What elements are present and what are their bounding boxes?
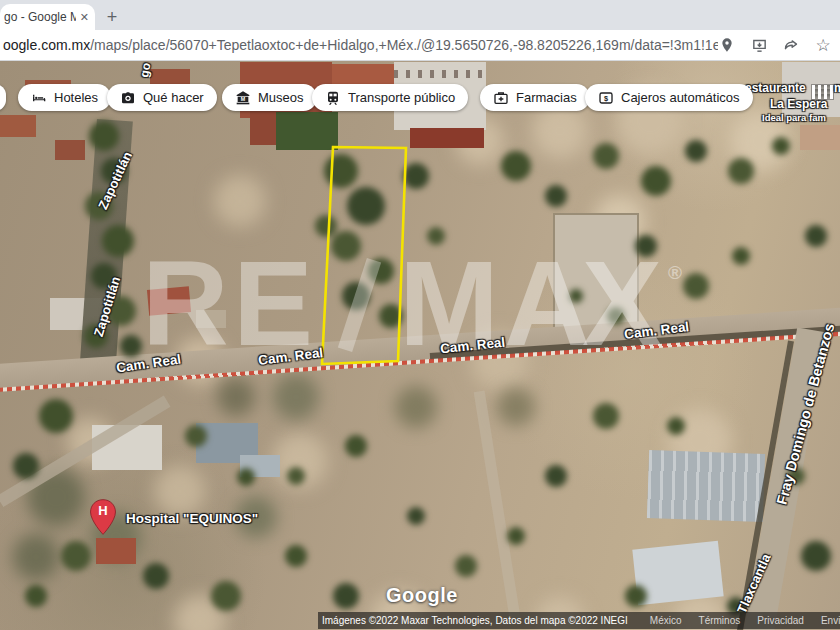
train-icon [325, 90, 341, 106]
map-attribution-bar: Imágenes ©2022 Maxar Technologies, Datos… [318, 612, 840, 629]
google-logo: Google [386, 584, 458, 607]
browser-tab[interactable]: go - Google M ✕ [0, 4, 95, 30]
install-icon[interactable] [750, 36, 768, 54]
url-path: /maps/place/56070+Tepetlaoxtoc+de+Hidalg… [90, 37, 718, 53]
svg-text:M: M [241, 96, 246, 102]
chip-label: Museos [258, 90, 304, 105]
new-tab-button[interactable]: + [100, 5, 124, 29]
poi-label-cut: m [834, 81, 840, 95]
chip-label: Transporte público [348, 90, 455, 105]
satellite-map[interactable]: R E M A X ® go Zapotitlán Zapotitlán Cam… [0, 61, 840, 630]
bookmark-star-icon[interactable]: ☆ [814, 36, 832, 54]
chip-hoteles[interactable]: Hoteles [18, 84, 111, 111]
bed-icon [31, 90, 47, 106]
tab-close-icon[interactable]: ✕ [80, 11, 89, 24]
chip-transporte-publico[interactable]: Transporte público [312, 84, 468, 111]
url-bar-icons: ☆ [718, 36, 840, 54]
poi-label-la-esperanza: La Espera [770, 97, 827, 111]
attribution-links: México Términos Privacidad Enviar coment… [650, 615, 840, 626]
chip-label: Hoteles [54, 90, 98, 105]
chip-label: Cajeros automáticos [621, 90, 740, 105]
hospital-pin[interactable]: H [90, 499, 116, 535]
attribution-text: Imágenes ©2022 Maxar Technologies, Datos… [322, 615, 628, 626]
attribution-link-comentarios[interactable]: Enviar comenta [821, 615, 840, 626]
poi-label-restaurante: estaurante [745, 81, 806, 95]
chip-museos[interactable]: M Museos [222, 84, 317, 111]
dollar-icon: $ [598, 90, 614, 106]
svg-text:$: $ [604, 93, 608, 102]
attribution-link-privacidad[interactable]: Privacidad [757, 615, 804, 626]
location-pin-icon[interactable] [718, 36, 736, 54]
museum-icon: M [235, 90, 251, 106]
browser-tab-bar: go - Google M ✕ + [0, 0, 840, 30]
attribution-link-terminos[interactable]: Términos [699, 615, 741, 626]
poi-label-ideal: Ideal para fam [762, 112, 826, 123]
chip-label: Qué hacer [143, 90, 204, 105]
tab-title: go - Google M [4, 10, 76, 24]
plot-outline [0, 61, 840, 630]
url-domain: oogle.com.mx [3, 37, 90, 53]
first-aid-icon [493, 90, 509, 106]
url-bar[interactable]: oogle.com.mx/maps/place/56070+Tepetlaoxt… [0, 30, 840, 61]
share-icon[interactable] [782, 36, 800, 54]
chip-farmacias[interactable]: Farmacias [480, 84, 590, 111]
url-text[interactable]: oogle.com.mx/maps/place/56070+Tepetlaoxt… [0, 37, 718, 53]
attribution-link-mexico[interactable]: México [650, 615, 682, 626]
chip-que-hacer[interactable]: Qué hacer [107, 84, 217, 111]
camera-icon [120, 90, 136, 106]
street-label-fragment: go [137, 62, 153, 79]
hospital-pin-letter: H [90, 503, 116, 518]
chip-cajeros-automaticos[interactable]: $ Cajeros automáticos [585, 84, 753, 111]
chip-label: Farmacias [516, 90, 577, 105]
poi-label-hospital: Hospital "EQUINOS" [126, 511, 258, 526]
